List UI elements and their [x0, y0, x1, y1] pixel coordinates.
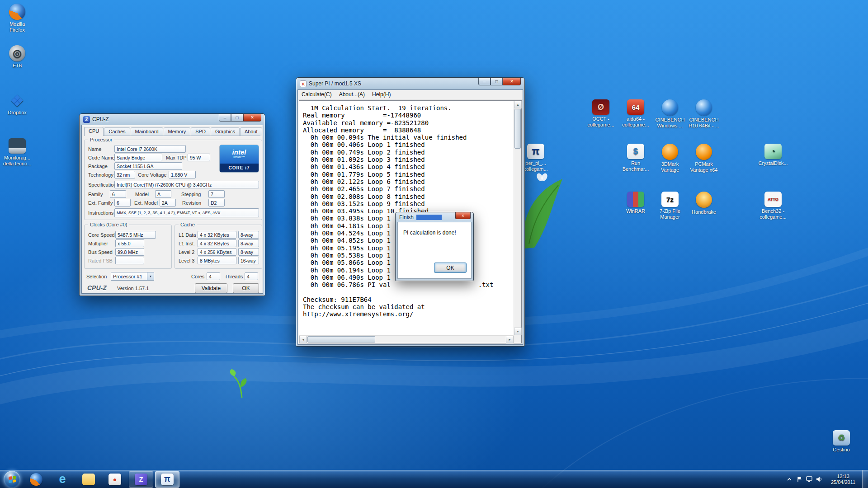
scroll-up-icon[interactable]: ▲ — [514, 101, 522, 108]
system-tray: 12:13 25/04/2011 — [784, 470, 868, 488]
finish-dialog: Finish × PI calculation is done! OK — [395, 212, 474, 281]
cpuz-tab[interactable]: About — [240, 127, 262, 136]
icon-glyph — [9, 4, 25, 20]
l1-data-label: L1 Data — [179, 232, 196, 238]
stepping-value: 7 — [208, 190, 225, 198]
instructions-label: Instructions — [88, 210, 113, 216]
taskbar-button-firefox[interactable] — [24, 471, 48, 488]
scroll-right-icon[interactable]: ► — [506, 336, 514, 343]
desktop-icon-et6[interactable]: ◎ ET6 — [0, 45, 34, 69]
desktop-icon-winrar[interactable]: WinRAR — [618, 192, 653, 214]
desktop-icon-aida64[interactable]: 64 aida64 - collegame... — [618, 99, 653, 128]
tray-expand-icon[interactable] — [784, 474, 794, 485]
menu-item[interactable]: About...(A) — [335, 91, 368, 98]
close-icon[interactable]: × — [455, 212, 471, 219]
log-line: 0h 00m 00.094s The initial value finishe… — [303, 134, 512, 141]
max-tdp-label: Max TDP — [166, 155, 187, 160]
horizontal-scrollbar[interactable]: ◄ ► — [299, 335, 514, 343]
desktop-icon-bench32-atto[interactable]: ATTO Bench32 - collegame... — [756, 192, 790, 220]
desktop-icon-firefox[interactable]: Mozilla Firefox — [0, 4, 34, 33]
cpuz-tab[interactable]: CPU — [84, 127, 104, 136]
close-icon[interactable]: × — [503, 78, 521, 85]
desktop-icon-pcmark-vantage[interactable]: PCMark Vantage x64 — [687, 144, 721, 173]
validate-button[interactable]: Validate — [195, 283, 227, 293]
cpuz-tab[interactable]: Graphics — [211, 127, 240, 136]
desktop-icon-label: CINEBENCH R10 64Bit - ... — [687, 117, 721, 129]
taskbar-button-cpuz[interactable]: Z — [129, 471, 153, 488]
desktop-icon-7zip[interactable]: 7z 7-Zip File Manager — [653, 192, 687, 220]
desktop-icon-monitoraggio[interactable]: Monitorag... della tecno... — [0, 138, 34, 167]
taskbar-buttons: e ● Z π — [23, 470, 180, 488]
desktop-icon-label: Cestino — [824, 447, 859, 453]
desktop-icon-label: OCCT - collegame... — [584, 116, 618, 128]
log-line: 0h 00m 01.436s Loop 4 finished — [303, 163, 512, 170]
desktop-icon-run-benchmark[interactable]: $ Run Benchmar... — [618, 144, 653, 172]
volume-icon[interactable] — [814, 474, 824, 485]
desktop-icon-3dmark-vantage[interactable]: 3DMark Vantage — [653, 144, 687, 173]
desktop-icon-label: Bench32 - collegame... — [756, 208, 790, 220]
icon-glyph: 64 — [627, 99, 644, 115]
log-line: 0h 00m 02.465s Loop 7 finished — [303, 185, 512, 192]
threads-value: 4 — [245, 272, 258, 280]
desktop-icon-occt[interactable]: Ø OCCT - collegame... — [584, 99, 618, 128]
cpuz-ok-button[interactable]: OK — [233, 283, 259, 293]
cpuz-app-icon: Z — [83, 116, 90, 123]
scroll-left-icon[interactable]: ◄ — [299, 336, 307, 343]
maximize-icon[interactable]: □ — [491, 78, 503, 85]
action-center-icon[interactable] — [794, 474, 804, 485]
start-button[interactable] — [4, 471, 20, 488]
log-line: 0h 00m 01.779s Loop 5 finished — [303, 171, 512, 178]
ok-button[interactable]: OK — [434, 263, 467, 273]
desktop-icon-cestino[interactable]: ♻ Cestino — [824, 430, 859, 453]
log-line: 0h 00m 03.152s Loop 9 finished — [303, 200, 512, 207]
scroll-down-icon[interactable]: ▼ — [514, 328, 522, 335]
processor-select[interactable]: Processor #1 ▼ — [111, 272, 154, 281]
multiplier-label: Multiplier — [88, 241, 108, 246]
desktop-icon-cinebench-r10[interactable]: CINEBENCH R10 64Bit - ... — [687, 99, 721, 129]
desktop-icon-dropbox[interactable]: ❖ Dropbox — [0, 93, 34, 116]
clock[interactable]: 12:13 25/04/2011 — [826, 474, 860, 485]
minimize-icon[interactable]: – — [478, 78, 491, 85]
stepping-label: Stepping — [181, 192, 201, 197]
family-value: 6 — [110, 190, 126, 198]
taskbar-button-explorer[interactable] — [76, 471, 101, 488]
show-desktop-button[interactable] — [862, 470, 868, 488]
tray-date: 25/04/2011 — [826, 479, 860, 485]
desktop-icon-label: Handbrake — [687, 209, 721, 215]
close-icon[interactable]: × — [243, 114, 261, 122]
cpuz-tab[interactable]: Mainboard — [131, 127, 163, 136]
minimize-icon[interactable]: – — [219, 114, 231, 122]
desktop-icon-crystaldiskmark[interactable]: ◔ CrystalDisk... — [756, 144, 790, 166]
cpuz-tab[interactable]: Memory — [164, 127, 191, 136]
intel-brand: intel — [232, 150, 246, 155]
menu-item[interactable]: Calculate(C) — [298, 91, 335, 98]
cpuz-version: Version 1.57.1 — [117, 286, 149, 291]
horizontal-scrollbar-thumb[interactable] — [307, 336, 375, 343]
superpi-title: Super PI / mod1.5 XS — [309, 80, 361, 87]
vertical-scrollbar-thumb[interactable] — [514, 109, 521, 149]
taskbar-button-pinned-app[interactable]: ● — [103, 471, 127, 488]
icon-glyph — [662, 99, 678, 116]
cpuz-tab[interactable]: SPD — [191, 127, 210, 136]
title-highlight — [416, 215, 442, 220]
desktop-icon-handbrake[interactable]: Handbrake — [687, 192, 721, 215]
cpuz-tab[interactable]: Caches — [104, 127, 130, 136]
desktop-icon-label: Mozilla Firefox — [0, 21, 34, 33]
desktop-icon-label: Dropbox — [0, 110, 34, 116]
multiplier-value: x 55.0 — [115, 239, 144, 247]
icon-glyph — [662, 144, 678, 160]
taskbar-button-internet-explorer[interactable]: e — [50, 471, 75, 488]
taskbar-button-superpi[interactable]: π — [155, 471, 179, 488]
network-icon[interactable] — [804, 474, 814, 485]
desktop-icon-cinebench-windows[interactable]: CINEBENCH Windows ... — [653, 99, 687, 129]
bus-speed-label: Bus Speed — [88, 249, 113, 255]
specification-label: Specification — [88, 182, 116, 188]
icon-glyph: ♻ — [833, 430, 850, 446]
taskbar-button-icon: π — [161, 474, 174, 485]
model-label: Model — [135, 192, 149, 197]
vertical-scrollbar[interactable]: ▲ ▼ — [514, 101, 521, 335]
maximize-icon[interactable]: □ — [231, 114, 243, 122]
menu-item[interactable]: Help(H) — [368, 91, 394, 98]
tray-time: 12:13 — [826, 474, 860, 479]
level3-way-value: 16-way — [238, 257, 259, 264]
